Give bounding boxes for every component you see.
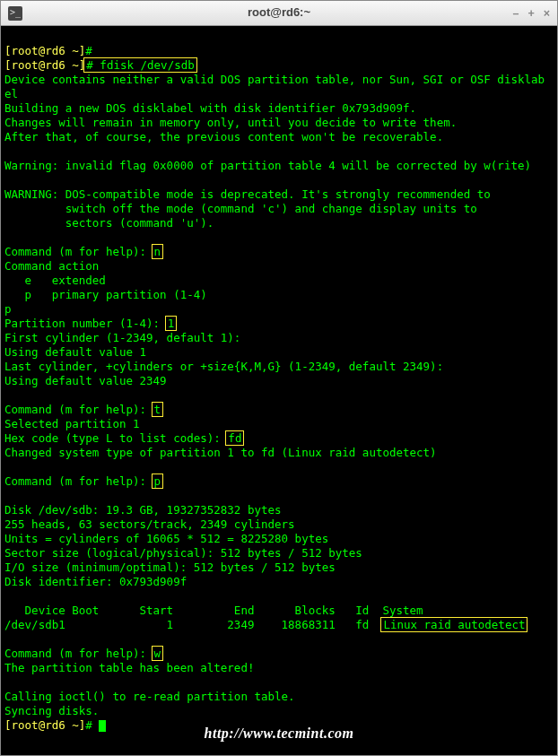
output-line: Command action bbox=[4, 259, 99, 273]
output-line: Selected partition 1 bbox=[4, 417, 140, 430]
watermark: http://www.tecmint.com bbox=[205, 725, 354, 743]
input-fd: fd bbox=[225, 430, 244, 446]
command-fdisk: fdisk /dev/sdb bbox=[93, 58, 195, 72]
cmd-highlight: # fdisk /dev/sdb bbox=[83, 57, 196, 73]
terminal-icon: >_ bbox=[8, 6, 22, 21]
blank-line bbox=[4, 632, 12, 646]
output-line: p primary partition (1-4) bbox=[4, 288, 207, 301]
output-line: Syncing disks. bbox=[4, 704, 99, 717]
output-line: Command (m for help): t bbox=[4, 403, 161, 416]
table-row: /dev/sdb1 1 2349 18868311 fd Linux raid … bbox=[4, 618, 526, 631]
blank-line bbox=[4, 144, 12, 158]
output-line: Command (m for help): p bbox=[4, 474, 161, 488]
system-type: Linux raid autodetect bbox=[380, 617, 527, 632]
input-t: t bbox=[152, 402, 164, 417]
cmd-label: Command (m for help): bbox=[4, 403, 153, 416]
output-line: I/O size (minimum/optimal): 512 bytes / … bbox=[4, 560, 336, 574]
hash: # bbox=[85, 718, 99, 732]
output-line: 255 heads, 63 sectors/track, 2349 cylind… bbox=[4, 517, 295, 531]
output-line: Changed system type of partition 1 to fd… bbox=[4, 446, 437, 459]
output-line: Units = cylinders of 16065 * 512 = 82252… bbox=[4, 532, 328, 545]
user-host: [root@rd6 ~] bbox=[4, 718, 85, 732]
output-line: After that, of course, the previous cont… bbox=[4, 130, 443, 143]
output-line: Last cylinder, +cylinders or +size{K,M,G… bbox=[4, 360, 443, 373]
table-header: Device Boot Start End Blocks Id System bbox=[4, 604, 423, 617]
output-line: Disk identifier: 0x793d909f bbox=[4, 575, 187, 588]
window-title: root@rd6:~ bbox=[1, 5, 557, 21]
output-line: WARNING: DOS-compatible mode is deprecat… bbox=[4, 187, 491, 201]
cmd-label: Command (m for help): bbox=[4, 245, 153, 258]
pnum-label: Partition number (1-4): bbox=[4, 317, 167, 330]
input-1: 1 bbox=[165, 316, 178, 331]
hash: # bbox=[86, 58, 93, 72]
input-n: n bbox=[152, 244, 164, 259]
blank-line bbox=[4, 230, 12, 244]
blank-line bbox=[4, 489, 12, 502]
output-line: Calling ioctl() to re-read partition tab… bbox=[4, 690, 295, 703]
prompt: [root@rd6 ~]# bbox=[4, 718, 106, 732]
terminal-body[interactable]: [root@rd6 ~]# [root@rd6 ~]# fdisk /dev/s… bbox=[1, 26, 557, 755]
input-p: p bbox=[152, 474, 164, 489]
close-button[interactable]: × bbox=[544, 6, 550, 21]
output-line: Warning: invalid flag 0x0000 of partitio… bbox=[4, 159, 531, 172]
blank-line bbox=[4, 675, 12, 689]
output-line: switch off the mode (command 'c') and ch… bbox=[4, 202, 477, 215]
output-line: Using default value 1 bbox=[4, 345, 146, 359]
input-w: w bbox=[152, 646, 164, 661]
output-line: Partition number (1-4): 1 bbox=[4, 317, 175, 330]
prompt: [root@rd6 ~]# bbox=[4, 44, 92, 57]
prompt: [root@rd6 ~]# fdisk /dev/sdb bbox=[4, 58, 196, 72]
maximize-button[interactable]: + bbox=[527, 6, 534, 21]
cmd-label: Command (m for help): bbox=[4, 474, 153, 488]
output-line: The partition table has been altered! bbox=[4, 661, 254, 674]
cmd-label: Command (m for help): bbox=[4, 647, 153, 660]
output-line: First cylinder (1-2349, default 1): bbox=[4, 331, 240, 344]
blank-line bbox=[4, 173, 12, 187]
hex-label: Hex code (type L to list codes): bbox=[4, 431, 227, 445]
output-line: Building a new DOS disklabel with disk i… bbox=[4, 101, 416, 115]
terminal-window: >_ root@rd6:~ – + × [root@rd6 ~]# [root@… bbox=[0, 0, 558, 756]
hash: # bbox=[85, 44, 92, 57]
output-line: Device contains neither a valid DOS part… bbox=[4, 73, 545, 86]
output-line: Command (m for help): n bbox=[4, 245, 161, 258]
blank-line bbox=[4, 460, 12, 474]
row-prefix: /dev/sdb1 1 2349 18868311 fd bbox=[4, 618, 382, 631]
output-line: Hex code (type L to list codes): fd bbox=[4, 431, 242, 445]
output-line: p bbox=[4, 302, 12, 316]
output-line: Sector size (logical/physical): 512 byte… bbox=[4, 546, 362, 560]
output-line: e extended bbox=[4, 274, 106, 287]
minimize-button[interactable]: – bbox=[512, 6, 519, 21]
output-line: Using default value 2349 bbox=[4, 374, 167, 387]
blank-line bbox=[4, 589, 12, 603]
output-line: sectors (command 'u'). bbox=[4, 216, 214, 230]
output-line: Command (m for help): w bbox=[4, 647, 161, 660]
blank-line bbox=[4, 388, 12, 402]
output-line: Changes will remain in memory only, unti… bbox=[4, 116, 457, 129]
cursor-icon bbox=[99, 720, 106, 732]
output-line: el bbox=[4, 87, 18, 100]
window-controls: – + × bbox=[512, 6, 550, 21]
user-host: [root@rd6 ~] bbox=[4, 58, 85, 72]
user-host: [root@rd6 ~] bbox=[4, 44, 85, 57]
titlebar[interactable]: >_ root@rd6:~ – + × bbox=[1, 1, 557, 26]
output-line: Disk /dev/sdb: 19.3 GB, 19327352832 byte… bbox=[4, 503, 282, 517]
